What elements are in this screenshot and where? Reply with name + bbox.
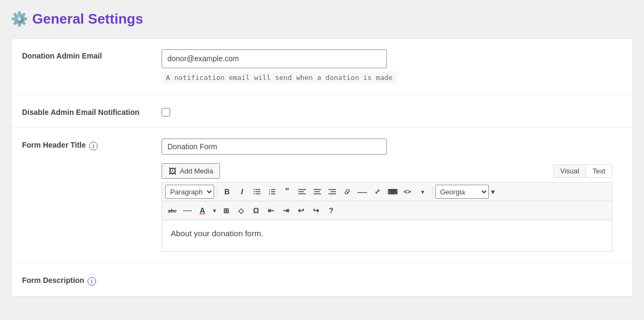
donation-admin-email-input[interactable] xyxy=(162,49,387,68)
keyboard-shortcuts-button[interactable]: ⌨ xyxy=(385,185,399,199)
donation-admin-email-row: Donation Admin Email A notification emai… xyxy=(11,39,633,95)
rich-text-editor: 🖼 Add Media Visual Text Paragraph xyxy=(162,163,612,252)
add-media-icon: 🖼 xyxy=(169,166,177,176)
disable-admin-email-field xyxy=(162,106,622,117)
undo-button[interactable]: ↩ xyxy=(294,203,308,217)
editor-top-bar: 🖼 Add Media Visual Text xyxy=(162,163,612,179)
align-center-button[interactable] xyxy=(310,185,324,199)
expand-button[interactable]: ⤢ xyxy=(370,185,384,199)
svg-text:3: 3 xyxy=(269,193,270,195)
italic-button[interactable]: I xyxy=(235,185,249,199)
eraser-button[interactable]: ◇ xyxy=(234,203,248,217)
settings-card: Donation Admin Email A notification emai… xyxy=(11,38,633,297)
donation-admin-email-field: A notification email will send when a do… xyxy=(162,49,622,84)
svg-point-3 xyxy=(254,189,255,190)
visual-tab[interactable]: Visual xyxy=(554,165,586,177)
link-button[interactable] xyxy=(340,185,354,199)
help-button[interactable]: ? xyxy=(324,203,338,217)
paste-text-button[interactable]: ⊞ xyxy=(219,203,233,217)
gear-icon: ⚙️ xyxy=(11,11,28,27)
font-color-button[interactable]: A xyxy=(195,203,209,217)
form-header-title-info-icon[interactable]: i xyxy=(89,142,98,150)
bold-button[interactable]: B xyxy=(220,185,234,199)
editor-toolbar-row1: Paragraph B I 123 " xyxy=(162,182,612,201)
form-header-title-field: 🖼 Add Media Visual Text Paragraph xyxy=(162,139,622,252)
toolbar-sep-1 xyxy=(217,186,217,197)
horizontal-rule-button[interactable]: — xyxy=(355,185,369,199)
form-header-title-input[interactable] xyxy=(162,139,387,155)
editor-tabs: Visual Text xyxy=(553,164,612,178)
ordered-list-button[interactable]: 123 xyxy=(265,185,279,199)
blockquote-button[interactable]: " xyxy=(280,185,294,199)
text-tab[interactable]: Text xyxy=(586,165,612,177)
svg-point-5 xyxy=(254,193,255,194)
disable-admin-email-checkbox[interactable] xyxy=(162,108,170,117)
toolbar-sep-2 xyxy=(432,186,433,197)
form-description-info-icon[interactable]: i xyxy=(87,277,96,286)
form-header-title-row: Form Header Title i 🖼 Add Media Visual T… xyxy=(11,128,633,263)
disable-admin-email-row: Disable Admin Email Notification xyxy=(11,95,633,128)
editor-body[interactable]: About your donation form. xyxy=(162,220,612,252)
strikethrough-button[interactable]: abc xyxy=(165,203,179,217)
redo-button[interactable]: ↪ xyxy=(309,203,323,217)
special-char-button[interactable]: Ω xyxy=(249,203,263,217)
align-left-button[interactable] xyxy=(295,185,309,199)
form-header-title-label: Form Header Title i xyxy=(22,139,162,150)
align-right-button[interactable] xyxy=(325,185,339,199)
code-dropdown-button[interactable]: ▾ xyxy=(415,185,429,199)
font-select-arrow: ▾ xyxy=(490,187,496,196)
code-button[interactable]: <> xyxy=(400,185,414,199)
editor-toolbar-row2: abc — A ▾ ⊞ ◇ Ω ⇤ ⇥ ↩ ↪ ? xyxy=(162,201,612,220)
disable-admin-email-label: Disable Admin Email Notification xyxy=(22,106,162,117)
page-title: General Settings xyxy=(32,11,143,27)
form-description-label: Form Description i xyxy=(22,274,162,286)
svg-point-4 xyxy=(254,191,255,192)
disable-admin-email-checkbox-wrapper xyxy=(162,106,622,117)
unordered-list-button[interactable] xyxy=(250,185,264,199)
font-select[interactable]: Georgia xyxy=(435,185,489,199)
font-color-dropdown[interactable]: ▾ xyxy=(210,203,218,217)
page-header: ⚙️ General Settings xyxy=(11,11,633,27)
form-description-row: Form Description i xyxy=(11,263,633,296)
paragraph-select[interactable]: Paragraph xyxy=(165,185,214,199)
donation-admin-email-label: Donation Admin Email xyxy=(22,49,162,60)
indent-button[interactable]: ⇥ xyxy=(279,203,293,217)
horizontal-line-button[interactable]: — xyxy=(180,203,194,217)
donation-admin-email-help: A notification email will send when a do… xyxy=(162,71,397,84)
add-media-button[interactable]: 🖼 Add Media xyxy=(162,163,220,179)
outdent-button[interactable]: ⇤ xyxy=(264,203,278,217)
